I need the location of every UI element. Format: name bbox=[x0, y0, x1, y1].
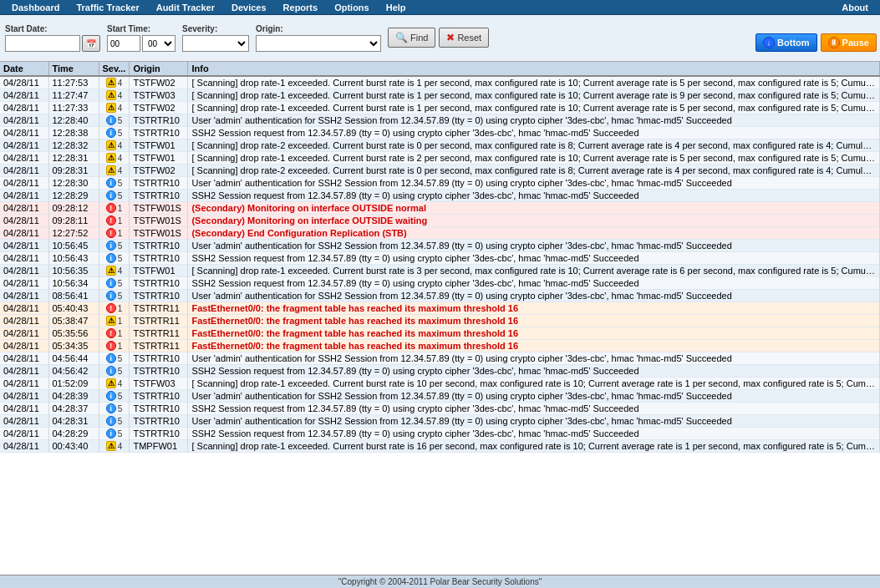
sev-icon: ⚠ bbox=[106, 90, 116, 100]
cell-time: 12:28:29 bbox=[48, 190, 99, 202]
nav-item-options[interactable]: Options bbox=[326, 0, 378, 15]
sev-icon: ⚠ bbox=[106, 78, 116, 88]
table-row: 04/28/1110:56:34i5TSTRTR10SSH2 Session r… bbox=[0, 277, 880, 290]
sev-num: 1 bbox=[118, 342, 123, 351]
cell-origin: TSTFW01 bbox=[130, 152, 188, 165]
cell-origin: TSTRTR11 bbox=[130, 340, 188, 352]
cell-info: [ Scanning] drop rate-1 exceeded. Curren… bbox=[188, 76, 880, 89]
table-row: 04/28/1104:56:42i5TSTRTR10SSH2 Session r… bbox=[0, 365, 880, 378]
start-date-input[interactable] bbox=[5, 35, 80, 52]
sev-num: 4 bbox=[118, 91, 123, 100]
cell-origin: TSTRTR10 bbox=[130, 240, 188, 252]
cell-origin: TSTRTR10 bbox=[130, 390, 188, 403]
start-date-picker-btn[interactable]: 📅 bbox=[82, 35, 100, 52]
table-row: 04/28/1101:52:09⚠4TSTFW03[ Scanning] dro… bbox=[0, 378, 880, 390]
nav-item-help[interactable]: Help bbox=[378, 0, 415, 15]
cell-sev: !1 bbox=[99, 302, 130, 315]
table-row: 04/28/1112:27:52!1TSTFW01S(Secondary) En… bbox=[0, 227, 880, 240]
start-time-select[interactable]: 00153045 bbox=[142, 35, 175, 52]
sev-num: 5 bbox=[118, 367, 123, 376]
severity-group: Severity: 12345 bbox=[182, 24, 249, 52]
cell-origin: TSTFW01S bbox=[130, 202, 188, 215]
sev-icon: i bbox=[106, 428, 116, 438]
sev-icon: i bbox=[106, 241, 116, 251]
table-row: 04/28/1105:35:56!1TSTRTR11FastEthernet0/… bbox=[0, 327, 880, 340]
cell-time: 05:38:47 bbox=[48, 315, 99, 327]
sev-num: 5 bbox=[118, 116, 123, 125]
right-buttons: ↓ Bottom ⏸ Pause bbox=[755, 33, 877, 52]
table-row: 04/28/1105:34:35!1TSTRTR11FastEthernet0/… bbox=[0, 340, 880, 352]
nav-item-dashboard[interactable]: Dashboard bbox=[3, 0, 68, 15]
table-container: Date Time Sev... Origin Info 04/28/1111:… bbox=[0, 62, 880, 574]
nav-item-traffic-tracker[interactable]: Traffic Tracker bbox=[68, 0, 147, 15]
cell-origin: TSTRTR10 bbox=[130, 114, 188, 127]
cell-info: User 'admin' authentication for SSH2 Ses… bbox=[188, 415, 880, 428]
sev-icon: ⚠ bbox=[106, 316, 116, 326]
cell-date: 04/28/11 bbox=[0, 315, 48, 327]
cell-sev: i5 bbox=[99, 365, 130, 378]
cell-time: 04:56:42 bbox=[48, 365, 99, 378]
cell-info: SSH2 Session request from 12.34.57.89 (t… bbox=[188, 190, 880, 202]
cell-info: [ Scanning] drop rate-1 exceeded. Curren… bbox=[188, 152, 880, 165]
severity-select[interactable]: 12345 bbox=[182, 35, 249, 52]
cell-time: 09:28:11 bbox=[48, 215, 99, 227]
cell-sev: ⚠4 bbox=[99, 76, 130, 89]
table-row: 04/28/1111:27:33⚠4TSTFW02[ Scanning] dro… bbox=[0, 102, 880, 114]
sev-num: 5 bbox=[118, 429, 123, 438]
cell-info: SSH2 Session request from 12.34.57.89 (t… bbox=[188, 252, 880, 265]
sev-icon: ⚠ bbox=[106, 378, 116, 388]
sev-icon: ⚠ bbox=[106, 441, 116, 451]
pause-button[interactable]: ⏸ Pause bbox=[821, 33, 877, 52]
table-row: 04/28/1105:40:43!1TSTRTR11FastEthernet0/… bbox=[0, 302, 880, 315]
cell-sev: i5 bbox=[99, 428, 130, 440]
cell-date: 04/28/11 bbox=[0, 202, 48, 215]
cell-origin: TSTFW03 bbox=[130, 89, 188, 102]
cell-sev: ⚠4 bbox=[99, 440, 130, 453]
nav-item-audit-tracker[interactable]: Audit Tracker bbox=[148, 0, 223, 15]
cell-sev: !1 bbox=[99, 215, 130, 227]
sev-num: 5 bbox=[118, 254, 123, 263]
bottom-button[interactable]: ↓ Bottom bbox=[755, 33, 817, 52]
cell-date: 04/28/11 bbox=[0, 340, 48, 352]
table-row: 04/28/1104:28:37i5TSTRTR10SSH2 Session r… bbox=[0, 403, 880, 415]
cell-time: 11:27:53 bbox=[48, 76, 99, 89]
find-button[interactable]: 🔍 Find bbox=[388, 28, 435, 48]
cell-info: FastEthernet0/0: the fragment table has … bbox=[188, 315, 880, 327]
sev-num: 4 bbox=[118, 166, 123, 175]
cell-origin: TSTRTR10 bbox=[130, 127, 188, 139]
cell-time: 09:28:31 bbox=[48, 165, 99, 177]
cell-time: 10:56:45 bbox=[48, 240, 99, 252]
cell-time: 00:43:40 bbox=[48, 440, 99, 453]
nav-item-devices[interactable]: Devices bbox=[223, 0, 275, 15]
table-row: 04/28/1104:28:31i5TSTRTR10User 'admin' a… bbox=[0, 415, 880, 428]
cell-sev: i5 bbox=[99, 290, 130, 302]
cell-origin: TSTRTR11 bbox=[130, 302, 188, 315]
cell-date: 04/28/11 bbox=[0, 127, 48, 139]
header-origin: Origin bbox=[130, 62, 188, 76]
cell-time: 04:28:31 bbox=[48, 415, 99, 428]
cell-time: 11:27:33 bbox=[48, 102, 99, 114]
table-row: 04/28/1109:28:12!1TSTFW01S(Secondary) Mo… bbox=[0, 202, 880, 215]
cell-info: [ Scanning] drop rate-1 exceeded. Curren… bbox=[188, 89, 880, 102]
cell-sev: ⚠4 bbox=[99, 165, 130, 177]
cell-date: 04/28/11 bbox=[0, 252, 48, 265]
cell-origin: TMPFW01 bbox=[130, 440, 188, 453]
cell-origin: TSTFW02 bbox=[130, 76, 188, 89]
find-icon: 🔍 bbox=[395, 32, 408, 43]
cell-date: 04/28/11 bbox=[0, 152, 48, 165]
sev-num: 1 bbox=[118, 216, 123, 226]
cell-time: 12:27:52 bbox=[48, 227, 99, 240]
cell-info: [ Scanning] drop rate-1 exceeded. Curren… bbox=[188, 440, 880, 453]
cell-info: SSH2 Session request from 12.34.57.89 (t… bbox=[188, 277, 880, 290]
cell-date: 04/28/11 bbox=[0, 365, 48, 378]
nav-item-reports[interactable]: Reports bbox=[275, 0, 327, 15]
cell-origin: TSTFW01 bbox=[130, 139, 188, 152]
cell-date: 04/28/11 bbox=[0, 302, 48, 315]
origin-select[interactable] bbox=[256, 35, 381, 52]
start-time-input[interactable] bbox=[107, 35, 140, 52]
sev-icon: i bbox=[106, 115, 116, 125]
reset-button[interactable]: ✖ Reset bbox=[439, 28, 489, 48]
nav-item-about[interactable]: About bbox=[833, 0, 877, 15]
cell-info: SSH2 Session request from 12.34.57.89 (t… bbox=[188, 403, 880, 415]
navbar: Dashboard Traffic Tracker Audit Tracker … bbox=[0, 0, 880, 15]
